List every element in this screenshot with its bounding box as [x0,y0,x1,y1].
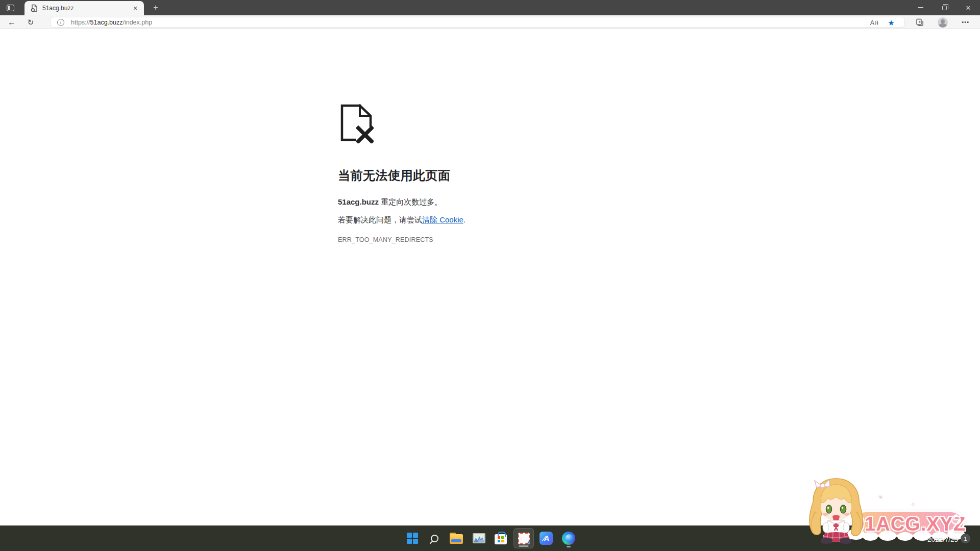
browser-tab[interactable]: 51acg.buzz ✕ [24,1,144,15]
edge-icon [562,532,575,545]
error-suggestion-post: . [463,215,465,224]
error-message-rest: 重定向次数过多。 [379,197,442,206]
browser-toolbar: ← ↻ i https://51acg.buzz/index.php A ★ ⋯ [0,15,980,29]
error-block: 当前无法使用此页面 51acg.buzz 重定向次数过多。 若要解决此问题，请尝… [338,104,644,243]
close-icon: ✕ [966,4,971,12]
snipping-tool-icon: ✂ [518,533,530,544]
error-message: 51acg.buzz 重定向次数过多。 [338,197,644,207]
microsoft-store-icon [495,534,507,544]
tab-close-icon[interactable]: ✕ [131,4,140,13]
file-explorer-icon [450,534,463,544]
error-code: ERR_TOO_MANY_REDIRECTS [338,236,644,243]
notification-badge[interactable]: 1 [961,534,970,543]
restore-icon [942,6,947,10]
window-restore-button[interactable] [933,0,956,15]
taskbar-file-explorer-button[interactable] [446,528,467,548]
page-content: 当前无法使用此页面 51acg.buzz 重定向次数过多。 若要解决此问题，请尝… [0,30,980,525]
vertical-tabs-icon [7,5,14,11]
search-icon [431,535,438,542]
site-info-icon[interactable]: i [57,19,64,26]
taskbar-clock-date[interactable]: 2022/7/25 [927,536,958,543]
clear-cookies-link[interactable]: 清除 Cookie [422,215,463,224]
tab-actions-menu-button[interactable] [5,3,16,13]
read-aloud-waves-icon [875,20,878,26]
taskbar-snipping-tool-button[interactable]: ✂ [513,528,534,548]
back-button[interactable]: ← [4,16,19,28]
address-bar[interactable]: i https://51acg.buzz/index.php A ★ [50,17,905,28]
windows-taskbar: ✂ ∕A ⌐ ¬ ▭ [0,525,980,551]
error-page-favicon-icon [30,4,38,12]
collections-icon [915,18,924,27]
active-app-indicator [519,545,529,547]
profile-button[interactable] [936,16,950,28]
taskbar-app-a-button[interactable]: ∕A [536,528,556,548]
taskbar-photos-button[interactable] [469,528,489,548]
error-suggestion-pre: 若要解决此问题，请尝试 [338,215,422,224]
url-text: https://51acg.buzz/index.php [71,19,152,26]
error-suggestion: 若要解决此问题，请尝试清除 Cookie. [338,215,644,225]
new-tab-button[interactable]: + [149,2,162,14]
taskbar-start-button[interactable] [402,528,423,548]
broken-page-icon [338,104,374,143]
window-minimize-button[interactable] [909,0,932,15]
running-app-indicator [567,546,571,547]
settings-and-more-button[interactable]: ⋯ [958,16,972,28]
url-path: /index.php [122,19,152,26]
profile-avatar-icon [938,17,948,28]
favorite-star-icon: ★ [888,18,894,28]
url-host: 51acg.buzz [90,19,123,26]
read-aloud-button[interactable]: A [868,18,881,28]
photos-icon [473,533,485,543]
error-title: 当前无法使用此页面 [338,167,644,184]
taskbar-edge-button[interactable] [558,528,579,548]
tab-title: 51acg.buzz [42,5,131,12]
taskbar-microsoft-store-button[interactable] [491,528,511,548]
url-scheme: https:// [71,19,90,26]
favorite-star-button[interactable]: ★ [885,17,897,28]
minimize-icon [918,7,923,8]
app-a-icon: ∕A [540,532,553,545]
window-close-button[interactable]: ✕ [957,0,980,15]
error-host: 51acg.buzz [338,197,379,206]
refresh-button[interactable]: ↻ [23,16,38,28]
collections-button[interactable] [913,16,927,28]
browser-tab-bar: 51acg.buzz ✕ + ✕ [0,0,980,15]
read-aloud-icon: A [870,19,874,27]
taskbar-search-button[interactable] [424,528,445,548]
windows-logo-icon [407,533,418,544]
